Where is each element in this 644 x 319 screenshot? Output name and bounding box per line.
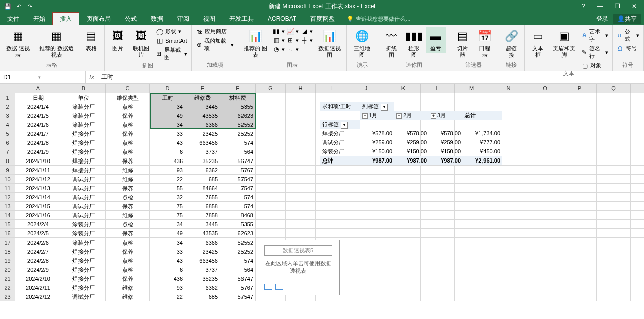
cell[interactable]: 663456 [185, 256, 220, 265]
cell[interactable]: 保养 [106, 184, 150, 192]
cell[interactable]: 调试分厂 [61, 193, 106, 201]
cell[interactable] [256, 138, 286, 147]
cell[interactable] [286, 202, 316, 210]
cell[interactable] [346, 265, 386, 274]
cell[interactable] [386, 175, 421, 183]
cell[interactable] [489, 193, 528, 201]
cell[interactable] [421, 238, 455, 247]
cell[interactable]: 保养 [106, 129, 150, 138]
cell[interactable]: 焊接分厂 [61, 147, 106, 156]
cell[interactable] [597, 93, 631, 102]
col-G[interactable]: G [256, 84, 286, 93]
tab-data[interactable]: 数据 [144, 12, 170, 25]
row-header[interactable]: 13 [0, 202, 15, 210]
cell[interactable]: 调试分厂 [61, 292, 106, 301]
cell[interactable]: 22 [150, 292, 185, 301]
chart-pie-button[interactable]: ◔▾ ⁖▾ [272, 45, 314, 53]
cell[interactable]: 2024/1/15 [15, 202, 61, 210]
symbol-button[interactable]: Ω符号 [616, 44, 640, 53]
cell[interactable] [562, 256, 597, 265]
cell[interactable]: 2024/1/12 [15, 175, 61, 183]
cell[interactable] [597, 156, 631, 165]
cell[interactable] [562, 156, 597, 165]
cell[interactable] [455, 238, 489, 247]
hyperlink-button[interactable]: 🔗超链接 [501, 27, 521, 59]
rec-charts-button[interactable]: 📊推荐的 图表 [242, 27, 270, 59]
cell[interactable] [597, 120, 631, 129]
row-header[interactable]: 11 [0, 184, 15, 192]
cell[interactable]: 564 [220, 147, 256, 156]
cell[interactable] [421, 175, 455, 183]
cell[interactable] [286, 111, 316, 120]
cell[interactable]: 点检 [106, 147, 150, 156]
cell[interactable]: 2024/1/9 [15, 147, 61, 156]
col-H[interactable]: H [286, 84, 316, 93]
cell[interactable] [597, 129, 631, 138]
cell[interactable] [562, 102, 597, 111]
cell[interactable] [346, 175, 386, 183]
cell[interactable] [562, 220, 597, 228]
row-header[interactable]: 23 [0, 292, 15, 301]
tab-view[interactable]: 视图 [196, 12, 222, 25]
cell[interactable] [489, 229, 528, 237]
cell[interactable]: 43 [150, 256, 185, 265]
cell[interactable] [489, 292, 528, 301]
cell[interactable]: 涂装分厂 [61, 111, 106, 120]
cell[interactable] [256, 211, 286, 219]
store-button[interactable]: 🛍应用商店 [195, 27, 234, 36]
cell[interactable] [528, 256, 562, 265]
online-picture-button[interactable]: 🖼联机图片 [130, 27, 153, 59]
cell[interactable]: 5355 [220, 220, 256, 228]
cell[interactable] [386, 229, 421, 237]
cell[interactable]: 75 [150, 211, 185, 219]
chart-bar-button[interactable]: ▮▮▾ 📈▾ ◢▾ [272, 27, 314, 35]
pivot-row[interactable]: 调试分厂 [320, 138, 360, 147]
cell[interactable]: 保养 [106, 202, 150, 210]
cell[interactable] [256, 193, 286, 201]
cell[interactable] [455, 256, 489, 265]
cell[interactable]: 23425 [185, 129, 220, 138]
addins-button[interactable]: ⊕我的加载项 ▾ [195, 37, 234, 53]
cell[interactable] [489, 184, 528, 192]
select-all-corner[interactable] [0, 84, 15, 93]
cell[interactable]: 8468 [220, 211, 256, 219]
cell[interactable] [562, 129, 597, 138]
cell[interactable]: 焊接分厂 [61, 129, 106, 138]
cell[interactable] [562, 211, 597, 219]
cell[interactable]: 7655 [185, 193, 220, 201]
tab-file[interactable]: 文件 [0, 12, 26, 25]
save-icon[interactable]: 💾 [4, 3, 11, 10]
object-button[interactable]: ▢对象 [580, 61, 609, 70]
cell[interactable] [256, 120, 286, 129]
cell[interactable]: 保养 [106, 156, 150, 165]
cell[interactable]: 保养 [106, 247, 150, 256]
sparkline-col-button[interactable]: ▮▮▮柱形图 [404, 27, 424, 59]
col-E[interactable]: E [185, 84, 220, 93]
cell[interactable]: 62623 [220, 229, 256, 237]
sparkline-wl-button[interactable]: ▬盈亏 [426, 27, 446, 53]
cell[interactable]: 57547 [220, 175, 256, 183]
cell[interactable] [528, 247, 562, 256]
screenshot-button[interactable]: ⊞屏幕截图 ▾ [155, 46, 188, 62]
rec-pivot-button[interactable]: ▦推荐的 数据透视表 [35, 27, 79, 59]
cell[interactable]: 维修 [106, 211, 150, 219]
cell[interactable] [346, 211, 386, 219]
cell[interactable]: 7547 [220, 184, 256, 192]
cell[interactable]: 5767 [220, 283, 256, 292]
cell[interactable]: 焊接分厂 [61, 156, 106, 165]
cell[interactable] [562, 247, 597, 256]
cell[interactable] [386, 274, 421, 283]
row-header[interactable]: 9 [0, 166, 15, 174]
cell[interactable] [346, 202, 386, 210]
cell[interactable] [286, 147, 316, 156]
tab-insert[interactable]: 插入 [52, 12, 79, 25]
col-Q[interactable]: Q [597, 84, 631, 93]
col-L[interactable]: L [421, 84, 455, 93]
cell[interactable] [316, 184, 346, 192]
filter-dropdown-icon[interactable]: ▾ [341, 122, 348, 129]
cell[interactable]: 34 [150, 120, 185, 129]
cell[interactable] [489, 202, 528, 210]
name-box[interactable]: D1 [0, 71, 43, 83]
cell[interactable]: 维修 [106, 283, 150, 292]
cell[interactable] [597, 166, 631, 174]
